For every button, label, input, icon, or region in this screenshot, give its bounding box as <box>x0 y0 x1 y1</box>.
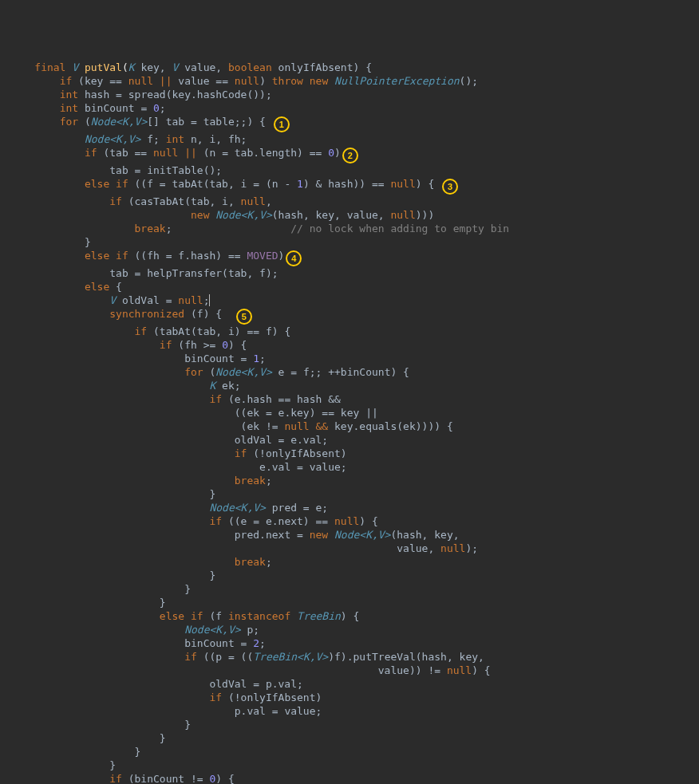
code-line: new Node<K,V>(hash, key, value, null))) <box>10 209 434 221</box>
code-line: for (Node<K,V>[] tab = table;;) { 1 <box>10 116 290 128</box>
code-line: if (fh >= 0) { <box>10 339 247 351</box>
code-line: } <box>10 488 215 500</box>
code-line: else if (f instanceof TreeBin) { <box>10 610 359 622</box>
code-line: Node<K,V> pred = e; <box>10 502 328 514</box>
code-line: tab = initTable(); <box>10 164 222 176</box>
code-line: ((ek = e.key) == key || <box>10 407 378 419</box>
code-line: oldVal = e.val; <box>10 434 328 446</box>
code-line: if (tab == null || (n = tab.length) == 0… <box>10 147 358 159</box>
code-line: if (!onlyIfAbsent) <box>10 447 347 459</box>
code-line: binCount = 2; <box>10 637 266 649</box>
code-line: if (casTabAt(tab, i, null, <box>10 195 272 207</box>
type-NPE: NullPointerException <box>328 75 459 87</box>
code-line: Node<K,V> p; <box>10 624 259 636</box>
code-line: if ((p = ((TreeBin<K,V>)f).putTreeVal(ha… <box>10 651 484 663</box>
code-line: else { <box>10 281 122 293</box>
code-line: } <box>10 746 140 758</box>
annotation-badge-5: 5 <box>236 309 252 325</box>
annotation-badge-2: 2 <box>342 148 358 163</box>
annotation-badge-3: 3 <box>442 179 458 195</box>
type-K: K <box>128 61 135 73</box>
type-TreeBin: TreeBin <box>290 610 341 622</box>
code-line: synchronized (f) { 5 <box>10 308 252 320</box>
code-line: if (e.hash == hash && <box>10 393 341 405</box>
code-line: V oldVal = null; <box>10 294 210 306</box>
code-line: } <box>10 719 191 731</box>
code-line: break; <box>10 556 272 568</box>
code-line: final V putVal(K key, V value, boolean o… <box>10 61 372 73</box>
code-line: if (binCount != 0) { <box>10 773 235 784</box>
type-V: V <box>72 61 78 73</box>
code-line: } <box>10 732 166 744</box>
code-line: else if ((f = tabAt(tab, i = (n - 1) & h… <box>10 178 458 190</box>
code-editor[interactable]: final V putVal(K key, V value, boolean o… <box>10 61 699 784</box>
const-MOVED: MOVED <box>247 250 278 262</box>
code-line: if (tabAt(tab, i) == f) { <box>10 325 290 337</box>
code-line: for (Node<K,V> e = f;; ++binCount) { <box>10 366 409 378</box>
code-line: if ((e = e.next) == null) { <box>10 515 378 527</box>
code-line: if (!onlyIfAbsent) <box>10 691 322 703</box>
code-line: binCount = 1; <box>10 353 266 364</box>
code-line: pred.next = new Node<K,V>(hash, key, <box>10 529 460 541</box>
fn-putVal: putVal <box>85 61 122 73</box>
code-line: oldVal = p.val; <box>10 678 303 690</box>
code-line: } <box>10 597 166 609</box>
code-line: else if ((fh = f.hash) == MOVED)4 <box>10 250 302 262</box>
code-line: } <box>10 583 191 595</box>
code-line: int binCount = 0; <box>10 102 166 114</box>
code-line: tab = helpTransfer(tab, f); <box>10 267 278 279</box>
code-line: } <box>10 236 91 248</box>
code-line: value)) != null) { <box>10 664 491 676</box>
code-line: value, null); <box>10 542 478 554</box>
code-line: break; // no lock when adding to empty b… <box>10 223 509 234</box>
code-line: p.val = value; <box>10 705 322 717</box>
code-line: break; <box>10 475 272 487</box>
text-cursor <box>209 294 210 306</box>
code-line: (ek != null && key.equals(ek)))) { <box>10 420 453 432</box>
code-line: int hash = spread(key.hashCode()); <box>10 89 272 100</box>
code-line: K ek; <box>10 380 241 392</box>
code-line: } <box>10 759 116 771</box>
comment: // no lock when adding to empty bin <box>290 223 509 234</box>
annotation-badge-1: 1 <box>274 116 290 132</box>
kw-final: final <box>34 61 65 73</box>
code-line: } <box>10 569 215 581</box>
code-line: e.val = value; <box>10 461 347 473</box>
annotation-badge-4: 4 <box>286 250 302 266</box>
code-line: Node<K,V> f; int n, i, fh; <box>10 133 247 145</box>
code-line: if (key == null || value == null) throw … <box>10 75 478 87</box>
